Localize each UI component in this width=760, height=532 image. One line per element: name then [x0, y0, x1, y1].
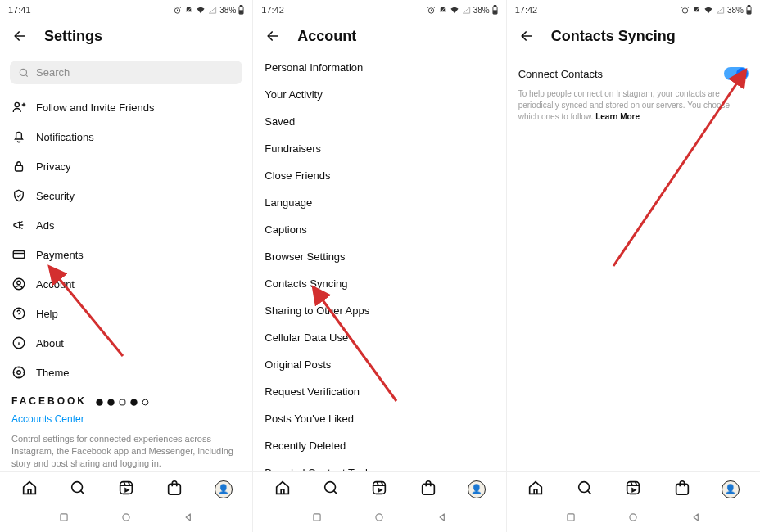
nav-home[interactable]	[527, 479, 545, 500]
settings-item-privacy[interactable]: Privacy	[0, 151, 252, 181]
avatar-icon: 👤	[722, 480, 740, 498]
nav-home[interactable]	[274, 479, 292, 500]
settings-item-help[interactable]: Help	[0, 299, 252, 328]
nav-profile[interactable]: 👤	[215, 480, 233, 498]
nav-profile[interactable]: 👤	[468, 480, 486, 498]
account-item-contacts-syncing[interactable]: Contacts Syncing	[253, 270, 505, 297]
back-button[interactable]	[11, 28, 28, 44]
account-item-branded-content-tools[interactable]: Branded Content Tools	[253, 459, 505, 471]
settings-item-about[interactable]: About	[0, 328, 252, 358]
nav-reels[interactable]	[624, 479, 642, 500]
account-item-close-friends[interactable]: Close Friends	[253, 162, 505, 189]
shop-icon	[673, 479, 691, 497]
nav-reels[interactable]	[117, 479, 135, 500]
nav-back-android[interactable]	[437, 512, 448, 526]
bottom-nav: 👤	[253, 471, 505, 506]
status-bar: 17:42 38%	[253, 0, 505, 18]
svg-point-9	[17, 281, 21, 285]
android-nav	[0, 506, 252, 532]
reels-icon	[117, 479, 135, 497]
avatar-icon: 👤	[468, 480, 486, 498]
nav-search[interactable]	[69, 479, 87, 500]
account-item-your-activity[interactable]: Your Activity	[253, 81, 505, 108]
search-input[interactable]: Search	[10, 61, 242, 84]
nav-shop[interactable]	[673, 479, 691, 500]
nav-home-android[interactable]	[373, 512, 385, 526]
settings-item-security[interactable]: Security	[0, 181, 252, 210]
nav-home-android[interactable]	[120, 512, 132, 526]
search-icon	[322, 479, 340, 497]
settings-item-follow-invite[interactable]: Follow and Invite Friends	[0, 92, 252, 122]
theme-icon	[11, 365, 26, 380]
status-indicators: 38%	[173, 5, 244, 15]
info-icon	[11, 336, 26, 350]
settings-screen: 17:41 38% Settings Search Follow a	[0, 0, 253, 532]
status-indicators: 38%	[681, 5, 752, 15]
nav-back-android[interactable]	[690, 512, 702, 526]
account-item-language[interactable]: Language	[253, 189, 505, 216]
connect-contacts-toggle[interactable]	[724, 67, 749, 80]
settings-item-notifications[interactable]: Notifications	[0, 122, 252, 151]
account-item-cellular-data-use[interactable]: Cellular Data Use	[253, 324, 505, 351]
nav-reels[interactable]	[370, 479, 388, 500]
account-item-saved[interactable]: Saved	[253, 108, 505, 135]
svg-rect-16	[120, 399, 125, 405]
svg-point-29	[325, 481, 336, 492]
account-item-fundraisers[interactable]: Fundraisers	[253, 135, 505, 162]
settings-item-payments[interactable]: Payments	[0, 240, 252, 269]
account-screen: 17:42 38% Account Personal InformationYo…	[253, 0, 506, 532]
megaphone-icon	[11, 218, 26, 232]
nav-back-android[interactable]	[183, 512, 194, 526]
bell-icon	[11, 129, 26, 144]
android-nav	[507, 506, 760, 532]
account-item-original-posts[interactable]: Original Posts	[253, 351, 505, 378]
svg-point-15	[107, 399, 114, 405]
item-label: About	[36, 337, 64, 349]
svg-point-12	[13, 367, 25, 378]
nav-search[interactable]	[322, 479, 340, 500]
svg-point-23	[123, 514, 129, 521]
account-item-browser-settings[interactable]: Browser Settings	[253, 243, 505, 270]
alarm-icon	[427, 6, 436, 15]
circle-icon	[627, 512, 639, 523]
svg-rect-18	[142, 399, 148, 405]
arrow-left-icon	[11, 28, 28, 44]
svg-rect-22	[61, 514, 67, 521]
back-button[interactable]	[518, 28, 535, 44]
shop-icon	[419, 479, 437, 497]
nav-recent[interactable]	[565, 512, 577, 526]
settings-item-theme[interactable]: Theme	[0, 358, 252, 387]
header: Settings	[0, 18, 252, 54]
svg-rect-31	[422, 484, 434, 494]
connect-contacts-row: Connect Contacts	[507, 54, 760, 88]
account-item-posts-you-ve-liked[interactable]: Posts You've Liked	[253, 405, 505, 432]
nav-home[interactable]	[20, 479, 38, 500]
settings-item-account[interactable]: Account	[0, 269, 252, 299]
add-user-icon	[11, 100, 26, 115]
back-button[interactable]	[265, 28, 281, 44]
battery-percent: 38%	[473, 6, 490, 15]
account-item-personal-information[interactable]: Personal Information	[253, 54, 505, 81]
item-label: Privacy	[36, 160, 71, 173]
signal-icon	[716, 6, 725, 15]
circle-icon	[120, 512, 132, 523]
settings-item-ads[interactable]: Ads	[0, 210, 252, 240]
account-item-sharing-to-other-apps[interactable]: Sharing to Other Apps	[253, 297, 505, 324]
account-item-recently-deleted[interactable]: Recently Deleted	[253, 432, 505, 459]
nav-home-android[interactable]	[627, 512, 639, 526]
nav-profile[interactable]: 👤	[722, 480, 740, 498]
svg-rect-37	[748, 5, 750, 6]
accounts-center-link[interactable]: Accounts Center	[0, 408, 252, 430]
learn-more-link[interactable]: Learn More	[595, 112, 640, 121]
nav-recent[interactable]	[58, 512, 70, 526]
signal-icon	[208, 6, 217, 15]
nav-search[interactable]	[576, 479, 594, 500]
account-list[interactable]: Personal InformationYour ActivitySavedFu…	[253, 54, 505, 471]
nav-shop[interactable]	[165, 479, 183, 500]
account-item-captions[interactable]: Captions	[253, 216, 505, 243]
nav-recent[interactable]	[311, 512, 323, 526]
status-time: 17:42	[261, 5, 284, 15]
alarm-icon	[173, 6, 182, 15]
nav-shop[interactable]	[419, 479, 437, 500]
account-item-request-verification[interactable]: Request Verification	[253, 378, 505, 405]
